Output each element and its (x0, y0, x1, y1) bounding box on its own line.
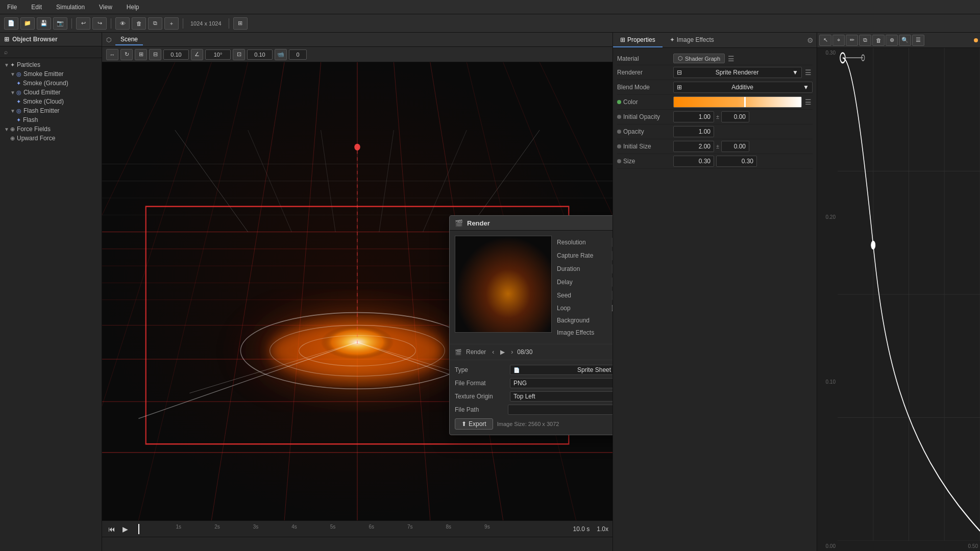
background-check: ✔ (612, 316, 612, 324)
curve-delete-btn[interactable]: 🗑 (872, 35, 885, 46)
nav-next-btn[interactable]: › (509, 347, 515, 357)
menu-view[interactable]: View (96, 3, 115, 12)
prop-row-seed: Seed 🔀 (557, 289, 612, 302)
scale-btn[interactable]: ⊞ (135, 49, 147, 60)
mark-4s: 4s (291, 524, 297, 530)
menu-edit[interactable]: Edit (28, 3, 45, 12)
curve-pen-btn[interactable]: ✏ (846, 35, 858, 46)
curve-tangent-btn[interactable]: ⌖ (832, 35, 845, 46)
viewport[interactable]: 🎬 Render ✕ Resolution (102, 62, 612, 520)
initial-size-input[interactable] (673, 141, 714, 152)
redo-btn[interactable]: ↪ (92, 17, 107, 30)
loop-checkbox[interactable] (612, 305, 612, 312)
size-value (673, 156, 813, 167)
add-btn[interactable]: + (164, 17, 179, 30)
tree-item-particles[interactable]: ▼ ✦ Particles (0, 60, 102, 69)
cloud-emitter-label: Cloud Emitter (23, 89, 61, 96)
play-btn[interactable]: ▶ (120, 524, 130, 534)
angle-input[interactable] (205, 49, 231, 60)
color-bar[interactable] (673, 96, 802, 108)
curve-body[interactable]: 0.30 0.20 0.10 0.00 (817, 48, 980, 551)
tree-item-upward-force[interactable]: ⊕ Upward Force (0, 134, 102, 143)
file-path-input[interactable] (508, 405, 612, 415)
color-value: ☰ (673, 96, 813, 108)
curve-copy-btn[interactable]: ⧉ (859, 35, 871, 46)
tree-item-smoke-emitter[interactable]: ▼ ◎ Smoke Emitter (0, 69, 102, 79)
tab-scene[interactable]: Scene (115, 34, 143, 45)
tree-item-flash-emitter[interactable]: ▼ ◎ Flash Emitter (0, 106, 102, 115)
grid2-btn[interactable]: ⊡ (233, 49, 245, 60)
blend-mode-dropdown[interactable]: ⊞ Additive ▼ (673, 82, 813, 93)
origin-dropdown[interactable]: Top Left ▼ (510, 391, 612, 402)
camera-btn[interactable]: 📷 (53, 17, 67, 30)
undo-btn[interactable]: ↩ (76, 17, 90, 30)
aspect-btn[interactable]: ⊞ (233, 17, 248, 30)
nav-play-btn[interactable]: ▶ (498, 347, 507, 357)
color-gradient (674, 97, 801, 107)
y-label-000: 0.00 (819, 543, 836, 549)
copy-btn[interactable]: ⧉ (148, 17, 162, 30)
initial-size-value: ± (673, 141, 813, 152)
grid-btn[interactable]: ⊟ (149, 49, 161, 60)
color-extra-btn[interactable]: ☰ (804, 98, 813, 106)
delete-btn[interactable]: 🗑 (132, 17, 146, 30)
grid-input[interactable] (247, 49, 273, 60)
size-x-input[interactable] (673, 156, 714, 167)
format-dropdown[interactable]: PNG ▼ (510, 378, 612, 388)
goto-start-btn[interactable]: ⏮ (106, 524, 117, 534)
nav-prev-btn[interactable]: ‹ (490, 347, 496, 357)
type-dropdown[interactable]: 📄 Sprite Sheet ▼ (510, 365, 612, 375)
tree-item-smoke-cloud[interactable]: ✦ Smoke (Cloud) (0, 97, 102, 106)
curve-anchor-btn[interactable]: ⊕ (886, 35, 898, 46)
seed-input[interactable] (612, 290, 612, 300)
nav-render-btn[interactable]: Render (464, 347, 488, 357)
tree-item-force-fields[interactable]: ▼ ⊕ Force Fields (0, 124, 102, 134)
cam-btn[interactable]: 📹 (275, 49, 287, 60)
eye-btn[interactable]: 👁 (115, 17, 130, 30)
menu-simulation[interactable]: Simulation (53, 3, 88, 12)
tree-item-flash[interactable]: ✦ Flash (0, 115, 102, 124)
angle-icon[interactable]: ∠ (191, 49, 203, 60)
renderer-extra-btn[interactable]: ☰ (804, 68, 813, 77)
tree-item-smoke-ground[interactable]: ✦ Smoke (Ground) (0, 79, 102, 88)
shader-graph-btn[interactable]: ⬡ Shader Graph (673, 54, 725, 63)
new-btn[interactable]: 📄 (4, 17, 18, 30)
delay-input[interactable] (612, 277, 612, 287)
save-btn[interactable]: 💾 (37, 17, 51, 30)
curve-zoom-btn[interactable]: 🔍 (899, 35, 911, 46)
open-btn[interactable]: 📁 (20, 17, 35, 30)
shader-label: Shader Graph (685, 56, 720, 62)
initial-opacity-pm-input[interactable] (721, 111, 749, 122)
size-y-input[interactable] (716, 156, 757, 167)
menu-file[interactable]: File (4, 3, 20, 12)
export-button[interactable]: ⬆ Export (455, 418, 493, 430)
sidebar-header: ⊞ Object Browser (0, 33, 102, 46)
menu-help[interactable]: Help (124, 3, 142, 12)
initial-size-pm-input[interactable] (721, 141, 749, 152)
curve-menu-btn[interactable]: ☰ (912, 35, 924, 46)
svg-line-11 (211, 62, 284, 520)
frame-input[interactable] (289, 49, 307, 60)
tree-item-cloud-emitter[interactable]: ▼ ◎ Cloud Emitter (0, 88, 102, 97)
prop-row-capture-rate: Capture Rate (557, 249, 612, 262)
duration-input[interactable] (612, 264, 612, 274)
material-extra-btn[interactable]: ☰ (727, 55, 736, 63)
opacity-input[interactable] (673, 126, 714, 137)
export-section: Type 📄 Sprite Sheet ▼ File Format PNG ▼ (450, 360, 612, 435)
tab-properties[interactable]: ⊞ Properties (613, 33, 663, 47)
tab-image-effects[interactable]: ✦ Image Effects (663, 33, 721, 47)
size-label: Size (617, 158, 673, 165)
rotate-btn[interactable]: ↻ (120, 49, 133, 60)
initial-opacity-input[interactable] (673, 111, 714, 122)
properties-body: Material ⬡ Shader Graph ☰ Renderer (613, 48, 817, 551)
flash-emitter-icon: ◎ (16, 108, 21, 114)
curve-select-btn[interactable]: ↖ (819, 35, 831, 46)
capture-rate-input[interactable] (612, 251, 612, 261)
snap-input[interactable] (163, 49, 189, 60)
renderer-label: Renderer (617, 69, 673, 76)
renderer-dropdown[interactable]: ⊟ Sprite Renderer ▼ (673, 67, 802, 78)
move-btn[interactable]: ↔ (106, 49, 118, 60)
panel-settings-btn[interactable]: ⚙ (804, 33, 817, 47)
resolution-w-input[interactable] (612, 237, 612, 247)
y-label-010: 0.10 (819, 379, 836, 385)
